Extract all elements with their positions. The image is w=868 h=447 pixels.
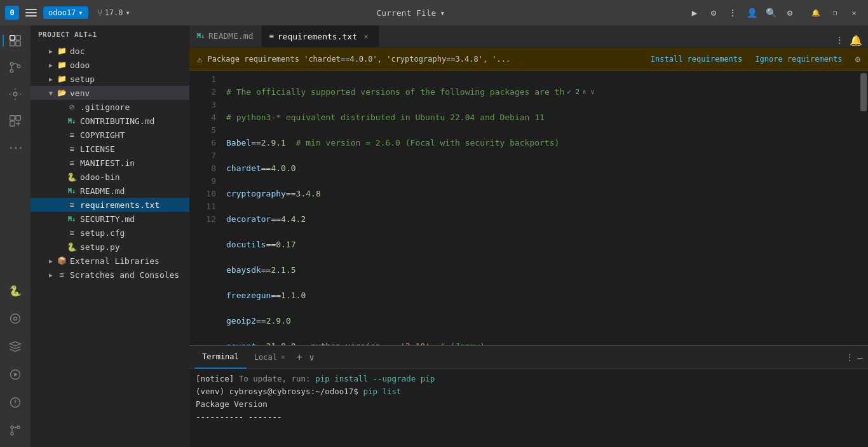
terminal-more-button[interactable]: ⋮: [845, 352, 854, 362]
code-content[interactable]: # The officially supported versions of t…: [221, 71, 859, 345]
tab-bar: M↓ README.md ≡ requirements.txt ✕ ⋮ 🔔: [189, 25, 868, 48]
sidebar-item-setuppy[interactable]: 🐍 setup.py: [31, 240, 189, 254]
sidebar-item-odoo[interactable]: ▶ 📁 odoo: [31, 58, 189, 72]
error-activity-icon[interactable]: [3, 390, 28, 415]
tab-requirements[interactable]: ≡ requirements.txt ✕: [262, 25, 379, 47]
git-bottom-icon[interactable]: [3, 418, 28, 443]
code-line-3: Babel==2.9.1 # min version = 2.6.0 (Foca…: [226, 137, 854, 149]
sidebar-item-venv[interactable]: ▼ 📂 venv: [31, 86, 189, 100]
tab-actions: ⋮ 🔔: [827, 33, 868, 47]
svg-rect-0: [10, 36, 15, 40]
sidebar-item-manifest[interactable]: ≡ MANIFEST.in: [31, 156, 189, 170]
svg-point-5: [10, 69, 13, 72]
terminal-line-separator: ---------- -------: [196, 411, 862, 423]
explorer-activity-icon[interactable]: [3, 28, 28, 53]
folder-icon: 📁: [56, 59, 67, 71]
sidebar-item-setupcfg[interactable]: ≡ setup.cfg: [31, 226, 189, 240]
sidebar-item-odoo-bin[interactable]: 🐍 odoo-bin: [31, 170, 189, 184]
project-selector[interactable]: odoo17 ▾: [43, 6, 88, 19]
debug-button[interactable]: ⚙: [707, 6, 721, 20]
run-button[interactable]: ▶: [688, 6, 702, 20]
run-activity-icon[interactable]: [3, 362, 28, 387]
tab-close-button[interactable]: ✕: [361, 31, 371, 41]
svg-point-15: [15, 405, 15, 406]
sidebar-item-label: CONTRIBUTING.md: [80, 116, 154, 126]
sidebar-item-external-libs[interactable]: ▶ 📦 External Libraries: [31, 254, 189, 268]
app-logo: 0: [5, 6, 19, 20]
install-requirements-link[interactable]: Install requirements: [651, 55, 743, 64]
sidebar-item-copyright[interactable]: ≡ COPYRIGHT: [31, 128, 189, 142]
bell-button[interactable]: 🔔: [807, 4, 825, 22]
svg-rect-2: [10, 41, 15, 46]
terminal-line-prompt: (venv) cybrosys@cybrosys:~/odoo17$ pip l…: [196, 385, 862, 398]
tab-label: README.md: [208, 31, 253, 41]
branch-selector[interactable]: ⑂ 17.0 ▾: [93, 6, 134, 20]
tree-arrow: ▼: [46, 88, 56, 98]
package-activity-icon[interactable]: [3, 306, 28, 331]
terminal-tab-local[interactable]: Local ✕: [247, 346, 293, 369]
editor-scrollbar[interactable]: [859, 71, 868, 345]
terminal-chevron-button[interactable]: ∨: [306, 352, 316, 362]
sidebar-item-security[interactable]: M↓ SECURITY.md: [31, 212, 189, 226]
close-button[interactable]: ✕: [845, 4, 863, 22]
sidebar-item-label: LICENSE: [80, 144, 115, 154]
title-bar: 0 odoo17 ▾ ⑂ 17.0 ▾ Current File ▾ ▶ ⚙ ⋮…: [0, 0, 868, 25]
md-icon: M↓: [66, 115, 78, 127]
code-line-9: freezegun==1.1.0: [226, 289, 854, 302]
sidebar-item-label: doc: [70, 46, 85, 56]
tree-spacer: [56, 186, 66, 196]
settings-button[interactable]: ⚙: [783, 6, 797, 20]
svg-point-18: [11, 432, 13, 435]
code-line-10: geoip2==2.9.0: [226, 315, 854, 327]
warning-settings-icon[interactable]: ⚙: [855, 54, 860, 64]
sidebar-item-label: Scratches and Consoles: [70, 270, 179, 280]
search-button[interactable]: 🔍: [764, 6, 778, 20]
sidebar-item-label: setup: [70, 74, 95, 84]
terminal-tab-terminal[interactable]: Terminal: [194, 346, 247, 369]
sidebar-item-setup[interactable]: ▶ 📁 setup: [31, 72, 189, 86]
terminal-tab-close[interactable]: ✕: [281, 353, 285, 361]
sidebar-item-readme[interactable]: M↓ README.md: [31, 184, 189, 198]
warning-text: Package requirements 'chardet==4.0.0', '…: [207, 55, 645, 64]
sidebar-item-scratches[interactable]: ▶ ≡ Scratches and Consoles: [31, 268, 189, 282]
maximize-button[interactable]: ❐: [826, 4, 844, 22]
source-control-activity-icon[interactable]: [3, 55, 28, 80]
tab-bell-button[interactable]: 🔔: [849, 33, 863, 47]
plugins-activity-icon[interactable]: [3, 108, 28, 134]
tree-spacer: [56, 172, 66, 182]
tab-readme[interactable]: M↓ README.md: [189, 25, 262, 47]
window-controls: 🔔 ❐ ✕: [807, 4, 863, 22]
svg-point-6: [17, 65, 20, 68]
sidebar-item-gitignore[interactable]: ⊘ .gitignore: [31, 100, 189, 114]
more-button[interactable]: ⋮: [726, 6, 740, 20]
settings-activity-icon[interactable]: [3, 81, 28, 107]
svg-point-4: [10, 62, 13, 65]
tree-arrow: ▶: [46, 270, 56, 280]
sidebar-item-requirements[interactable]: ≡ requirements.txt: [31, 198, 189, 212]
more-activity-icon[interactable]: ···: [3, 135, 28, 160]
account-button[interactable]: 👤: [745, 6, 759, 20]
sidebar-item-label: requirements.txt: [80, 200, 159, 210]
text-file-icon: ≡: [66, 143, 78, 155]
tree-arrow: ▶: [46, 74, 56, 84]
terminal-actions: ⋮ —: [845, 352, 863, 362]
svg-point-7: [13, 92, 17, 96]
layers-activity-icon[interactable]: [3, 334, 28, 359]
terminal-content[interactable]: [notice] To update, run: pip install --u…: [189, 369, 868, 447]
tab-label: requirements.txt: [278, 32, 357, 41]
terminal-add-button[interactable]: +: [293, 351, 307, 363]
sidebar-item-label: External Libraries: [70, 256, 159, 266]
sidebar-item-license[interactable]: ≡ LICENSE: [31, 142, 189, 156]
sidebar-content: ▶ 📁 doc ▶ 📁 odoo ▶ 📁 setup ▼ 📂 venv: [31, 44, 189, 447]
svg-point-17: [17, 426, 20, 429]
sidebar-item-contributing[interactable]: M↓ CONTRIBUTING.md: [31, 114, 189, 128]
sidebar-item-doc[interactable]: ▶ 📁 doc: [31, 44, 189, 58]
ignore-requirements-link[interactable]: Ignore requirements: [755, 55, 842, 64]
menu-icon[interactable]: [24, 6, 38, 20]
activity-bar: ··· 🐍: [0, 25, 31, 447]
terminal-minimize-button[interactable]: —: [858, 352, 863, 362]
branch-arrow: ▾: [126, 8, 130, 17]
python-activity-icon[interactable]: 🐍: [3, 278, 28, 303]
tab-more-button[interactable]: ⋮: [832, 33, 846, 47]
svg-rect-1: [16, 36, 20, 40]
